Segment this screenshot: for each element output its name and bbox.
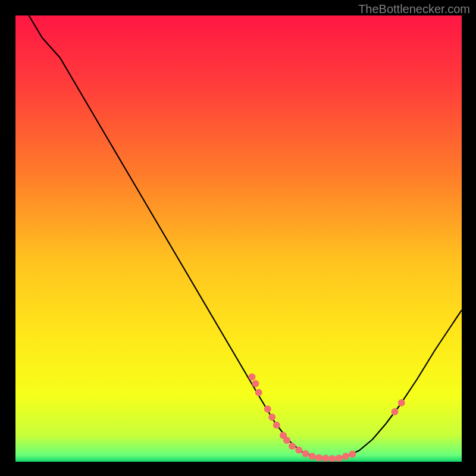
data-marker [289, 443, 296, 450]
data-marker [295, 447, 302, 454]
data-marker [392, 408, 399, 415]
watermark-text: TheBottlenecker.com [358, 2, 470, 16]
data-marker [268, 414, 275, 421]
data-marker [349, 450, 356, 458]
data-marker [249, 374, 256, 381]
data-marker [283, 437, 290, 444]
data-marker [252, 380, 259, 387]
data-marker [255, 389, 262, 396]
data-marker [398, 399, 405, 406]
data-marker [273, 422, 280, 429]
chart-plot [15, 15, 462, 462]
data-marker [309, 453, 316, 460]
data-marker [322, 455, 329, 462]
data-marker [342, 453, 349, 460]
data-marker [315, 454, 322, 461]
data-marker [302, 450, 309, 458]
chart-background [15, 15, 462, 462]
data-marker [336, 455, 343, 462]
data-marker [264, 406, 271, 413]
